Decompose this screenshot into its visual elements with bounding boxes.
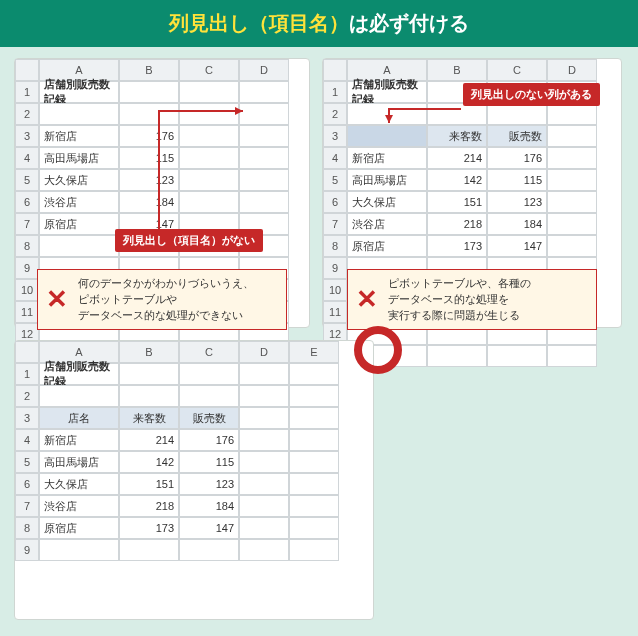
annotation-tag: 列見出しのない列がある	[463, 83, 600, 106]
cell: 新宿店	[39, 125, 119, 147]
row-header: 1	[323, 81, 347, 103]
cell	[289, 385, 339, 407]
cell	[39, 235, 119, 257]
cell: 店舗別販売数記録	[39, 363, 119, 385]
cell: 販売数	[179, 407, 239, 429]
cell	[179, 539, 239, 561]
row-header: 1	[15, 363, 39, 385]
cell	[547, 235, 597, 257]
cell: 218	[119, 495, 179, 517]
cell	[547, 147, 597, 169]
cell	[239, 517, 289, 539]
row-header: 6	[15, 473, 39, 495]
cell	[547, 213, 597, 235]
cell: 大久保店	[39, 169, 119, 191]
row-header: 7	[323, 213, 347, 235]
cell	[239, 407, 289, 429]
row-header: 3	[323, 125, 347, 147]
title-rest: は必ず付ける	[349, 12, 469, 34]
cell	[347, 125, 427, 147]
row-header: 6	[15, 191, 39, 213]
x-icon: ✕	[46, 280, 68, 319]
col-header-B: B	[119, 341, 179, 363]
cell: 147	[487, 235, 547, 257]
col-header-D: D	[239, 341, 289, 363]
col-header-D: D	[547, 59, 597, 81]
arrow-icon	[383, 103, 463, 127]
cell	[547, 191, 597, 213]
row-header: 2	[15, 103, 39, 125]
row-header: 1	[15, 81, 39, 103]
row-header: 5	[15, 169, 39, 191]
cell	[289, 495, 339, 517]
col-header-C: C	[179, 341, 239, 363]
cell: 173	[427, 235, 487, 257]
cell: 渋谷店	[39, 495, 119, 517]
row-header: 5	[323, 169, 347, 191]
cell: 142	[119, 451, 179, 473]
cell: 218	[427, 213, 487, 235]
row-header: 8	[15, 235, 39, 257]
cell: 173	[119, 517, 179, 539]
warning-text: 何のデータかがわかりづらいうえ、 ピボットテーブルや データベース的な処理ができ…	[78, 276, 254, 323]
col-header-C: C	[487, 59, 547, 81]
cell: 214	[119, 429, 179, 451]
corner-cell	[15, 341, 39, 363]
cell: 来客数	[427, 125, 487, 147]
cell: 115	[179, 451, 239, 473]
cell: 115	[487, 169, 547, 191]
cell	[289, 451, 339, 473]
cell: 新宿店	[347, 147, 427, 169]
cell	[239, 385, 289, 407]
panel-bad-right: A B C D 1店舗別販売数記録 2 3来客数販売数 4新宿店214176 5…	[322, 58, 622, 328]
cell	[119, 363, 179, 385]
col-header-B: B	[427, 59, 487, 81]
row-header: 9	[15, 539, 39, 561]
row-header: 5	[15, 451, 39, 473]
cell	[547, 169, 597, 191]
cell	[289, 539, 339, 561]
panel-bad-left: A B C D 1店舗別販売数記録 2 3新宿店176 4高田馬場店115 5大…	[14, 58, 310, 328]
row-header: 9	[15, 257, 39, 279]
x-icon: ✕	[356, 280, 378, 319]
cell	[119, 539, 179, 561]
cell	[487, 103, 547, 125]
row-header: 4	[15, 429, 39, 451]
cell	[239, 539, 289, 561]
cell	[239, 473, 289, 495]
cell: 高田馬場店	[347, 169, 427, 191]
panel-good: A B C D E 1店舗別販売数記録 2 3店名来客数販売数 4新宿店2141…	[14, 340, 374, 620]
cell: 大久保店	[347, 191, 427, 213]
cell: 184	[179, 495, 239, 517]
row-header: 4	[15, 147, 39, 169]
corner-cell	[323, 59, 347, 81]
cell: 原宿店	[347, 235, 427, 257]
cell: 176	[179, 429, 239, 451]
cell	[289, 407, 339, 429]
cell: 151	[119, 473, 179, 495]
cell	[289, 429, 339, 451]
title-accent: 列見出し（項目名）	[169, 12, 349, 34]
page-title: 列見出し（項目名）は必ず付ける	[0, 0, 638, 47]
cell: 新宿店	[39, 429, 119, 451]
col-header-C: C	[179, 59, 239, 81]
row-header: 8	[15, 517, 39, 539]
cell: 渋谷店	[39, 191, 119, 213]
circle-icon	[354, 326, 402, 374]
warning-box: ✕ 何のデータかがわかりづらいうえ、 ピボットテーブルや データベース的な処理が…	[37, 269, 287, 330]
cell: 123	[179, 473, 239, 495]
cell	[289, 363, 339, 385]
cell	[289, 473, 339, 495]
cell: 176	[487, 147, 547, 169]
row-header: 6	[323, 191, 347, 213]
annotation-tag: 列見出し（項目名）がない	[115, 229, 263, 252]
cell: 147	[179, 517, 239, 539]
row-header: 9	[323, 257, 347, 279]
cell: 184	[487, 213, 547, 235]
cell	[487, 345, 547, 367]
cell: 原宿店	[39, 517, 119, 539]
row-header: 11	[15, 301, 39, 323]
cell: 214	[427, 147, 487, 169]
row-header: 8	[323, 235, 347, 257]
cell	[39, 103, 119, 125]
